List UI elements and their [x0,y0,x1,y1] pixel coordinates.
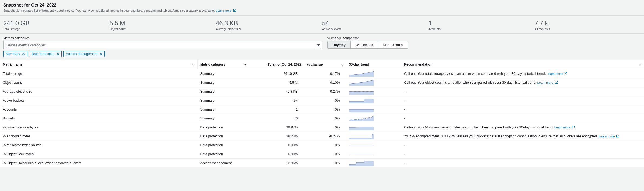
sparkline [349,142,374,148]
cell-metric-category: Data protection [198,150,249,159]
cell-metric-name: Total storage [0,69,198,78]
cell-recommendation: Call-out: Your % current version bytes i… [401,123,644,132]
external-link-icon [233,9,236,13]
metrics-categories-select[interactable]: Choose metrics categories [3,41,322,49]
external-link-icon [572,125,575,130]
sort-icon [341,63,344,66]
col-header-metric-category[interactable]: Metric category [198,60,249,69]
sort-icon [192,63,195,66]
page-subtitle: Snapshot is a curated list of frequently… [3,8,641,13]
metrics-categories-label: Metrics categories [3,36,322,40]
stat-value: 1 [428,20,535,27]
cell-metric-name: Accounts [0,105,198,114]
stat-value: 54 [322,20,428,27]
svg-marker-11 [349,127,374,130]
segment-week-week[interactable]: Week/week [351,41,378,48]
comparison-segmented-control: Day/dayWeek/weekMonth/month [327,41,408,49]
recommendation-text: - [404,99,405,102]
learn-more-link[interactable]: Learn more [216,9,236,12]
col-header-recommendation[interactable]: Recommendation [401,60,644,69]
cell-total: 1 [249,105,304,114]
filter-chip: Data protection [29,51,62,57]
recommendation-text: - [404,152,405,156]
learn-more-link[interactable]: Learn more [547,72,567,75]
cell-recommendation: Call-out: Your total storage bytes is an… [401,69,644,78]
cell-total: 70 [249,114,304,123]
cell-total: 0.00% [249,150,304,159]
svg-marker-7 [349,91,374,95]
filter-chip: Access management [63,51,105,57]
table-row: Total storageSummary241.0 GB-0.17%Call-o… [0,69,644,78]
cell-recommendation: - [401,150,644,159]
recommendation-text: - [404,90,405,93]
col-header-total[interactable]: Total for Oct 24, 2022 [249,60,304,69]
cell-recommendation: - [401,114,644,123]
svg-marker-6 [349,80,374,86]
recommendation-text: Your % encrypted bytes is 38.23%. Assess… [404,134,598,138]
stat-card: 54Active buckets [322,20,428,31]
filter-chip: Summary [3,51,27,57]
stat-label: Total storage [3,27,110,31]
sparkline [349,160,374,166]
stat-card: 1Accounts [428,20,535,31]
cell-metric-category: Access management [198,159,249,168]
segment-month-month[interactable]: Month/month [378,41,408,48]
recommendation-text: - [404,108,405,111]
col-header-change[interactable]: % change [304,60,346,69]
sparkline [349,71,374,77]
sparkline [349,80,374,86]
cell-total: 54 [249,96,304,105]
cell-metric-name: % Object Lock bytes [0,150,198,159]
svg-marker-0 [317,44,320,46]
cell-metric-name: Object count [0,78,198,87]
close-icon[interactable] [22,53,25,55]
stat-card: 7.7 kAll requests [534,20,641,31]
table-row: % Object Ownership bucket owner enforced… [0,159,644,168]
caret-down-icon [315,41,322,49]
stat-card: 241.0 GBTotal storage [3,20,110,31]
cell-metric-category: Data protection [198,141,249,150]
close-icon[interactable] [100,53,102,55]
cell-change: 0% [304,114,346,123]
cell-trend [346,123,401,132]
recommendation-text: Call-out: Your total storage bytes is an… [404,72,546,76]
chip-label: Summary [6,52,20,56]
sparkline [349,106,374,112]
cell-metric-category: Summary [198,69,249,78]
stat-label: Average object size [216,27,322,31]
cell-trend [346,87,401,96]
cell-change: 0% [304,105,346,114]
recommendation-text: - [404,143,405,147]
learn-more-link[interactable]: Learn more [537,81,558,84]
table-row: % current version bytesData protection99… [0,123,644,132]
table-row: BucketsSummary700%- [0,114,644,123]
close-icon[interactable] [57,53,59,55]
cell-recommendation: - [401,96,644,105]
chip-label: Data protection [31,52,54,56]
cell-recommendation: - [401,87,644,96]
cell-metric-name: Average object size [0,87,198,96]
sort-icon [639,63,641,66]
cell-metric-category: Data protection [198,123,249,132]
cell-metric-category: Summary [198,96,249,105]
sparkline [349,115,374,121]
external-link-icon [564,72,567,76]
cell-total: 46.3 KB [249,87,304,96]
stat-label: Object count [110,27,216,31]
cell-metric-name: % replicated bytes source [0,141,198,150]
recommendation-text: - [404,161,405,165]
svg-marker-3 [341,64,344,66]
metrics-table: Metric name Metric category Total for Oc… [0,60,644,167]
col-header-metric-name[interactable]: Metric name [0,60,198,69]
recommendation-text: - [404,116,405,120]
segment-day-day[interactable]: Day/day [328,41,351,48]
recommendation-text: Call-out: Your object count is an outlie… [404,81,536,85]
filter-chips-row: SummaryData protectionAccess management [0,51,644,60]
cell-recommendation: - [401,105,644,114]
sparkline [349,124,374,130]
learn-more-link[interactable]: Learn more [599,135,619,138]
cell-trend [346,78,401,87]
stat-value: 5.5 M [110,20,216,27]
learn-more-link[interactable]: Learn more [554,126,575,129]
cell-metric-category: Data protection [198,132,249,141]
